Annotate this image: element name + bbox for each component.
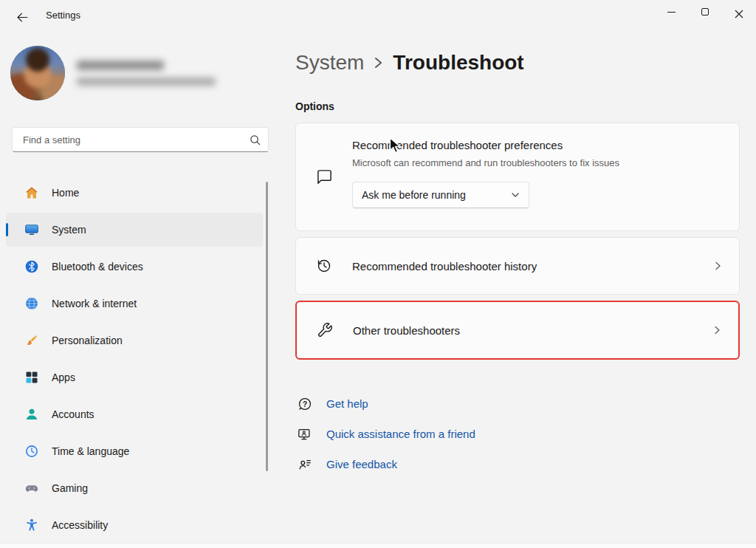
breadcrumb: System Troubleshoot: [295, 47, 740, 78]
maximize-icon: [701, 8, 709, 16]
sidebar-item-personalization[interactable]: Personalization: [6, 323, 263, 357]
chevron-right-icon: [712, 325, 722, 335]
breadcrumb-chevron-icon: [374, 55, 383, 71]
sidebar-item-accessibility[interactable]: Accessibility: [6, 508, 263, 542]
search-icon: [250, 134, 261, 145]
sidebar: Home System Bluetooth & devices Network …: [0, 35, 281, 548]
feedback-person-icon: [297, 456, 313, 473]
sidebar-item-gaming[interactable]: Gaming: [6, 471, 263, 505]
help-icon: ?: [297, 396, 313, 412]
breadcrumb-system[interactable]: System: [295, 51, 364, 75]
search-box[interactable]: [12, 127, 269, 152]
card-icon-column: [297, 322, 353, 338]
sidebar-item-accounts[interactable]: Accounts: [6, 397, 263, 431]
window-bottom-edge: [0, 543, 756, 548]
back-arrow-icon: [16, 11, 29, 24]
sidebar-scrollbar[interactable]: [266, 182, 268, 471]
close-button[interactable]: [722, 0, 756, 28]
link-label: Give feedback: [326, 458, 397, 470]
remote-screen-icon: [297, 426, 313, 442]
minimize-icon: [667, 12, 676, 13]
account-profile[interactable]: [10, 46, 216, 100]
page-title: Troubleshoot: [393, 51, 523, 75]
sidebar-item-label: Time & language: [52, 445, 129, 457]
home-icon: [24, 185, 40, 201]
give-feedback-link[interactable]: Give feedback: [297, 454, 740, 474]
troubleshooter-preference-dropdown[interactable]: Ask me before running: [352, 182, 529, 208]
game-controller-icon: [24, 480, 40, 496]
sidebar-item-label: Accounts: [52, 408, 94, 420]
history-clock-icon: [316, 258, 332, 274]
dropdown-value: Ask me before running: [362, 189, 466, 201]
back-button[interactable]: [10, 6, 34, 28]
accessibility-icon: [24, 517, 40, 533]
paint-brush-icon: [24, 332, 40, 349]
svg-text:?: ?: [303, 400, 307, 408]
avatar[interactable]: [10, 46, 65, 100]
speech-bubble-icon: [316, 168, 333, 185]
sidebar-item-bluetooth-devices[interactable]: Bluetooth & devices: [6, 250, 263, 284]
card-title: Recommended troubleshooter history: [352, 260, 712, 273]
quick-assistance-link[interactable]: Quick assistance from a friend: [297, 424, 740, 444]
apps-grid-icon: [24, 369, 40, 386]
sidebar-item-apps[interactable]: Apps: [6, 360, 263, 394]
sidebar-item-label: Gaming: [52, 482, 88, 494]
titlebar: Settings: [0, 0, 756, 35]
user-info: [77, 61, 216, 86]
card-title: Other troubleshooters: [353, 324, 712, 337]
card-subtitle: Microsoft can recommend and run troubles…: [352, 157, 727, 169]
sidebar-item-label: System: [52, 224, 86, 236]
sidebar-nav: Home System Bluetooth & devices Network …: [6, 176, 263, 545]
sidebar-item-label: Home: [52, 187, 79, 199]
other-troubleshooters-card[interactable]: Other troubleshooters: [295, 301, 740, 360]
recommended-history-card[interactable]: Recommended troubleshooter history: [295, 237, 740, 295]
link-label: Quick assistance from a friend: [326, 428, 475, 440]
sidebar-item-network-internet[interactable]: Network & internet: [6, 287, 263, 321]
sidebar-item-system[interactable]: System: [6, 213, 263, 247]
person-icon: [24, 406, 40, 422]
search-input[interactable]: [21, 134, 250, 146]
user-email-blurred: [77, 78, 216, 86]
sidebar-item-label: Apps: [52, 371, 75, 383]
sidebar-item-home[interactable]: Home: [6, 176, 263, 210]
window-controls: [654, 0, 756, 28]
chevron-down-icon: [511, 191, 520, 199]
card-icon-column: [296, 258, 352, 274]
main-content: System Troubleshoot Options Recommended …: [295, 35, 740, 484]
section-label: Options: [295, 100, 740, 114]
link-label: Get help: [326, 397, 368, 410]
sidebar-item-label: Personalization: [52, 335, 123, 346]
user-name-blurred: [77, 61, 164, 70]
window-title: Settings: [46, 10, 80, 21]
sidebar-item-label: Accessibility: [52, 519, 108, 531]
get-help-link[interactable]: ? Get help: [297, 394, 740, 414]
system-icon: [24, 222, 40, 238]
clock-icon: [24, 443, 40, 459]
maximize-button[interactable]: [688, 0, 722, 28]
wrench-icon: [317, 322, 333, 338]
bluetooth-icon: [24, 258, 40, 275]
card-body: Recommended troubleshooter preferences M…: [352, 138, 727, 216]
sidebar-item-label: Network & internet: [52, 298, 137, 309]
avatar-image: [10, 46, 65, 100]
close-icon: [735, 10, 743, 18]
globe-icon: [24, 295, 40, 312]
sidebar-item-label: Bluetooth & devices: [52, 261, 143, 273]
recommended-preferences-card: Recommended troubleshooter preferences M…: [295, 123, 740, 231]
card-title: Recommended troubleshooter preferences: [352, 138, 727, 153]
minimize-button[interactable]: [654, 0, 688, 28]
chevron-right-icon: [712, 261, 723, 271]
help-links: ? Get help Quick assistance from a frien…: [295, 394, 740, 474]
sidebar-item-time-language[interactable]: Time & language: [6, 434, 263, 468]
card-icon-column: [296, 138, 352, 216]
